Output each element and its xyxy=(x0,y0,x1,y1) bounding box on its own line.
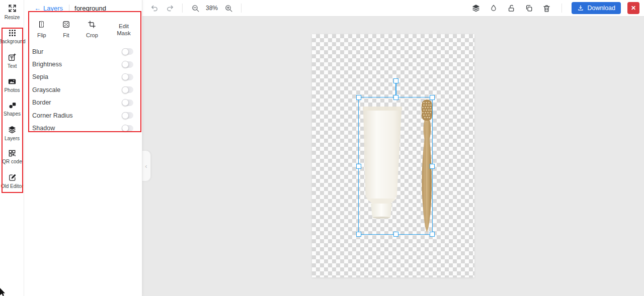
zoom-out-icon xyxy=(191,4,200,13)
crop-icon xyxy=(88,20,96,29)
delete-button[interactable] xyxy=(541,3,552,14)
blur-toggle[interactable] xyxy=(122,48,133,55)
resize-handle-nw[interactable] xyxy=(356,95,361,100)
corner-radius-label: Corner Radius xyxy=(32,112,73,119)
toggle-knob xyxy=(122,99,129,106)
grayscale-toggle[interactable] xyxy=(122,86,133,93)
edit-mask-button[interactable]: Edit Mask xyxy=(114,23,134,37)
back-arrow-icon: ← xyxy=(34,5,41,12)
edit-pencil-icon xyxy=(8,173,17,182)
resize-handle-sw[interactable] xyxy=(356,232,361,237)
shapes-icon xyxy=(8,101,17,110)
panel-collapse-handle[interactable]: ‹ xyxy=(142,150,151,181)
sidebar-item-text[interactable]: Text xyxy=(0,53,24,69)
toggle-row-corner-radius: Corner Radius xyxy=(32,109,133,122)
shadow-label: Shadow xyxy=(32,125,55,132)
redo-icon xyxy=(166,4,174,13)
fit-button[interactable]: Fit xyxy=(62,20,70,38)
corner-radius-toggle[interactable] xyxy=(122,112,133,119)
photos-label: Photos xyxy=(4,87,20,93)
back-to-layers-link[interactable]: ← Layers xyxy=(34,5,63,12)
toggle-knob xyxy=(122,86,129,93)
photos-icon xyxy=(8,77,17,86)
resize-handle-w[interactable] xyxy=(356,164,361,169)
resize-label: Resize xyxy=(5,15,20,20)
close-editor-button[interactable]: ✕ xyxy=(627,2,639,14)
resize-expand-icon xyxy=(8,4,17,13)
droplet-icon xyxy=(490,4,498,12)
border-toggle[interactable] xyxy=(122,100,133,106)
zoom-out-button[interactable] xyxy=(190,3,201,14)
toolbar-divider xyxy=(182,4,183,13)
layers-stack-icon xyxy=(471,4,480,13)
download-icon xyxy=(577,5,584,12)
crop-button[interactable]: Crop xyxy=(86,20,98,38)
close-icon: ✕ xyxy=(631,5,636,12)
lock-button[interactable] xyxy=(506,3,517,14)
toggle-knob xyxy=(122,112,129,119)
layer-action-buttons: Flip Fit Crop Edit Mask xyxy=(24,16,142,40)
resize-handle-ne[interactable] xyxy=(430,95,435,100)
sidebar-item-qr-code[interactable]: QR code xyxy=(0,149,24,164)
canvas-area[interactable] xyxy=(142,17,644,296)
zoom-in-icon xyxy=(224,4,233,13)
zoom-in-button[interactable] xyxy=(223,3,234,14)
toolbar-divider xyxy=(241,4,242,13)
chevron-left-icon: ‹ xyxy=(145,162,147,170)
duplicate-button[interactable] xyxy=(523,3,534,14)
toggle-knob xyxy=(122,61,129,68)
back-label: Layers xyxy=(43,5,63,12)
flip-button[interactable]: Flip xyxy=(37,20,46,38)
sepia-toggle[interactable] xyxy=(122,74,133,80)
text-label: Text xyxy=(8,63,17,69)
sidebar-item-photos[interactable]: Photos xyxy=(0,77,24,93)
resize-handle-s[interactable] xyxy=(393,232,398,237)
foreground-image-layer[interactable] xyxy=(358,97,433,235)
flip-icon xyxy=(37,20,46,29)
toggle-row-border: Border xyxy=(32,96,133,109)
effect-toggle-list: Blur Brightness Sepia Grayscale Border C… xyxy=(24,40,142,135)
layers-label: Layers xyxy=(5,136,20,141)
text-icon xyxy=(8,53,17,62)
toggle-row-shadow: Shadow xyxy=(32,122,133,134)
resize-handle-n[interactable] xyxy=(393,95,398,100)
toggle-row-sepia: Sepia xyxy=(32,71,133,83)
rotate-handle[interactable] xyxy=(393,78,398,83)
layer-name-field[interactable]: foreground xyxy=(74,5,106,12)
layer-order-button[interactable] xyxy=(470,3,481,14)
toggle-knob xyxy=(122,73,129,80)
shadow-toggle[interactable] xyxy=(122,125,133,132)
layers-icon xyxy=(8,125,17,134)
grid-icon xyxy=(8,29,17,37)
redo-button[interactable] xyxy=(164,3,175,14)
download-label: Download xyxy=(587,5,615,12)
resize-handle-se[interactable] xyxy=(430,232,435,237)
qr-code-label: QR code xyxy=(2,159,22,164)
sidebar-item-shapes[interactable]: Shapes xyxy=(0,101,24,117)
toggle-row-brightness: Brightness xyxy=(32,58,133,70)
undo-button[interactable] xyxy=(149,3,160,14)
sidebar-item-old-editor[interactable]: Old Editor xyxy=(0,173,24,189)
opacity-button[interactable] xyxy=(488,3,499,14)
blur-label: Blur xyxy=(32,48,43,55)
undo-icon xyxy=(150,4,159,13)
resize-handle-e[interactable] xyxy=(430,164,435,169)
header-divider xyxy=(69,5,69,12)
top-toolbar: 38% xyxy=(142,0,644,17)
sidebar-item-background[interactable]: Background xyxy=(0,29,24,44)
grayscale-label: Grayscale xyxy=(32,86,60,93)
background-label: Background xyxy=(0,39,26,44)
zoom-level: 38% xyxy=(205,5,219,12)
sidebar-item-layers[interactable]: Layers xyxy=(0,125,24,141)
qr-code-icon xyxy=(8,149,16,157)
toolbar-divider xyxy=(561,4,562,13)
edit-mask-label: Edit Mask xyxy=(114,23,134,37)
toggle-row-grayscale: Grayscale xyxy=(32,83,133,96)
brightness-toggle[interactable] xyxy=(122,61,133,68)
border-label: Border xyxy=(32,99,51,106)
download-button[interactable]: Download xyxy=(572,2,621,14)
fit-label: Fit xyxy=(63,32,69,38)
toggle-knob xyxy=(122,125,129,132)
shapes-label: Shapes xyxy=(4,111,21,117)
sidebar-item-resize[interactable]: Resize xyxy=(0,4,24,20)
